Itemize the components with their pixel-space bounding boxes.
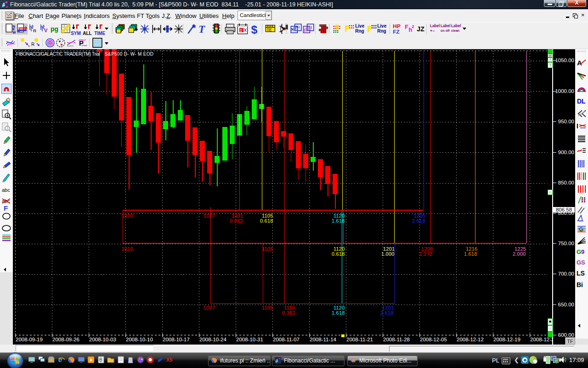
svg-text:A: A xyxy=(577,59,582,67)
svg-text:JZ: JZ xyxy=(417,25,424,33)
svg-text:B: B xyxy=(99,357,102,362)
svg-text:I: I xyxy=(577,122,578,130)
svg-text:clean: clean xyxy=(451,29,459,33)
svg-text:$: $ xyxy=(251,23,258,35)
svg-text:Label: Label xyxy=(451,24,461,28)
svg-text:Label: Label xyxy=(441,24,450,28)
svg-text:G: G xyxy=(579,226,583,233)
svg-text:R: R xyxy=(31,42,34,47)
svg-text:LS: LS xyxy=(577,270,585,277)
svg-text:Live: Live xyxy=(355,23,364,29)
svg-text:pg: pg xyxy=(51,25,58,33)
svg-text:GS: GS xyxy=(577,259,585,266)
svg-text:ALL: ALL xyxy=(83,31,92,35)
svg-text:TIME: TIME xyxy=(94,31,105,35)
svg-text:F: F xyxy=(405,23,408,30)
svg-text:+−: +− xyxy=(430,29,435,33)
svg-text:on off: on off xyxy=(441,29,450,33)
svg-text:abc: abc xyxy=(2,187,10,193)
svg-text:Label: Label xyxy=(430,24,440,28)
svg-text:FZ: FZ xyxy=(393,29,399,34)
svg-text:Rng: Rng xyxy=(377,29,386,34)
svg-text:Bi: Bi xyxy=(577,281,583,288)
svg-text:TE: TE xyxy=(267,28,272,32)
svg-text:G: G xyxy=(577,248,581,255)
svg-text:T: T xyxy=(198,23,205,34)
svg-text:V: V xyxy=(44,28,48,33)
svg-text:9: 9 xyxy=(581,248,584,255)
svg-text:2: 2 xyxy=(240,29,242,33)
svg-text:W: W xyxy=(12,30,16,34)
svg-text:DL: DL xyxy=(577,98,586,105)
svg-text:Rng: Rng xyxy=(355,29,364,34)
svg-text:z: z xyxy=(412,23,414,29)
svg-text:SYM: SYM xyxy=(71,31,81,35)
svg-text:e: e xyxy=(58,356,62,363)
svg-text:Live: Live xyxy=(377,23,386,29)
svg-text:X5: X5 xyxy=(166,357,172,362)
svg-text:n: n xyxy=(33,28,36,33)
